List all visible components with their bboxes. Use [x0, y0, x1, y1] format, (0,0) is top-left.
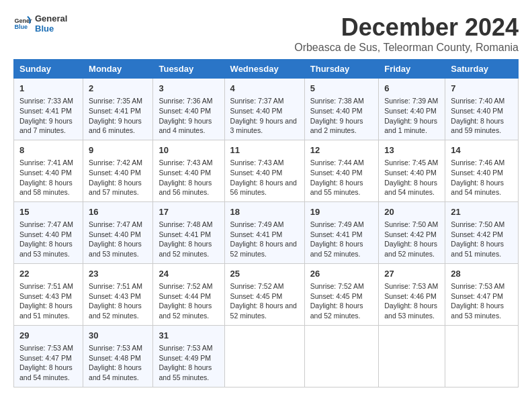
logo: General Blue General Blue [13, 13, 67, 34]
daylight-text: Daylight: 8 hours and 52 minutes. [159, 301, 218, 320]
sunrise-text: Sunrise: 7:47 AM [89, 220, 147, 230]
daylight-text: Daylight: 8 hours and 51 minutes. [451, 239, 513, 259]
sunrise-text: Sunrise: 7:49 AM [230, 220, 299, 230]
day-number: 3 [159, 83, 218, 95]
daylight-text: Daylight: 8 hours and 52 minutes. [310, 301, 373, 320]
sunset-text: Sunset: 4:45 PM [310, 291, 373, 302]
sunset-text: Sunset: 4:41 PM [230, 230, 299, 240]
cell-day: 14Sunrise: 7:46 AMSunset: 4:40 PMDayligh… [445, 140, 519, 201]
sunrise-text: Sunrise: 7:43 AM [230, 158, 299, 168]
sunset-text: Sunset: 4:41 PM [310, 230, 373, 240]
day-number: 5 [310, 83, 373, 95]
daylight-text: Daylight: 9 hours and 1 minute. [384, 116, 439, 136]
sunset-text: Sunset: 4:40 PM [310, 168, 373, 178]
day-number: 31 [159, 330, 218, 342]
cell-day: 18Sunrise: 7:49 AMSunset: 4:41 PMDayligh… [224, 201, 304, 263]
day-number: 10 [159, 144, 218, 156]
sunrise-text: Sunrise: 7:40 AM [451, 96, 513, 106]
day-number: 11 [230, 144, 299, 156]
sunrise-text: Sunrise: 7:36 AM [159, 96, 218, 106]
sunset-text: Sunset: 4:40 PM [384, 106, 439, 116]
day-number: 22 [19, 268, 77, 280]
main-title: December 2024 [294, 13, 519, 42]
day-number: 27 [384, 268, 439, 280]
daylight-text: Daylight: 8 hours and 52 minutes. [159, 239, 218, 259]
day-number: 20 [384, 206, 439, 218]
cell-day: 20Sunrise: 7:50 AMSunset: 4:42 PMDayligh… [379, 201, 445, 263]
day-number: 16 [89, 206, 147, 218]
cell-day: 31Sunrise: 7:53 AMSunset: 4:49 PMDayligh… [153, 325, 224, 387]
day-number: 12 [310, 144, 373, 156]
title-section: December 2024 Orbeasca de Sus, Teleorman… [294, 13, 519, 54]
daylight-text: Daylight: 8 hours and 58 minutes. [19, 178, 77, 197]
sunrise-text: Sunrise: 7:52 AM [310, 281, 373, 291]
daylight-text: Daylight: 9 hours and 4 minutes. [159, 116, 218, 136]
sunset-text: Sunset: 4:44 PM [159, 291, 218, 302]
cell-day: 29Sunrise: 7:53 AMSunset: 4:47 PMDayligh… [14, 325, 83, 387]
sunset-text: Sunset: 4:42 PM [384, 230, 439, 240]
cell-day: 23Sunrise: 7:51 AMSunset: 4:43 PMDayligh… [83, 263, 153, 325]
day-number: 21 [451, 206, 513, 218]
sunset-text: Sunset: 4:40 PM [451, 168, 513, 178]
sunset-text: Sunset: 4:40 PM [159, 106, 218, 116]
sunrise-text: Sunrise: 7:53 AM [451, 281, 513, 291]
day-number: 9 [89, 144, 147, 156]
week-row-2: 8Sunrise: 7:41 AMSunset: 4:40 PMDaylight… [14, 140, 519, 201]
day-number: 1 [19, 83, 77, 95]
cell-day: 26Sunrise: 7:52 AMSunset: 4:45 PMDayligh… [304, 263, 378, 325]
daylight-text: Daylight: 8 hours and 51 minutes. [19, 301, 77, 320]
cell-day: 13Sunrise: 7:45 AMSunset: 4:40 PMDayligh… [379, 140, 445, 201]
sunrise-text: Sunrise: 7:38 AM [310, 96, 373, 106]
cell-day [445, 325, 519, 387]
sunrise-text: Sunrise: 7:53 AM [19, 343, 77, 353]
sunrise-text: Sunrise: 7:46 AM [451, 158, 513, 168]
daylight-text: Daylight: 9 hours and 2 minutes. [310, 116, 373, 136]
sunset-text: Sunset: 4:47 PM [19, 353, 77, 363]
cell-day: 24Sunrise: 7:52 AMSunset: 4:44 PMDayligh… [153, 263, 224, 325]
day-number: 2 [89, 83, 147, 95]
sunrise-text: Sunrise: 7:51 AM [19, 281, 77, 291]
sunrise-text: Sunrise: 7:44 AM [310, 158, 373, 168]
subtitle: Orbeasca de Sus, Teleorman County, Roman… [294, 42, 519, 54]
sunrise-text: Sunrise: 7:41 AM [19, 158, 77, 168]
sunrise-text: Sunrise: 7:49 AM [310, 220, 373, 230]
daylight-text: Daylight: 8 hours and 52 minutes. [384, 239, 439, 259]
daylight-text: Daylight: 8 hours and 53 minutes. [451, 301, 513, 320]
cell-day: 2Sunrise: 7:35 AMSunset: 4:41 PMDaylight… [83, 79, 153, 140]
logo-general: General [35, 13, 67, 24]
sunrise-text: Sunrise: 7:51 AM [89, 281, 147, 291]
sunset-text: Sunset: 4:40 PM [159, 168, 218, 178]
sunrise-text: Sunrise: 7:43 AM [159, 158, 218, 168]
sunset-text: Sunset: 4:40 PM [451, 106, 513, 116]
header-friday: Friday [379, 60, 445, 79]
sunset-text: Sunset: 4:49 PM [159, 353, 218, 363]
cell-day: 28Sunrise: 7:53 AMSunset: 4:47 PMDayligh… [445, 263, 519, 325]
day-number: 17 [159, 206, 218, 218]
daylight-text: Daylight: 8 hours and 52 minutes. [89, 301, 147, 320]
sunrise-text: Sunrise: 7:33 AM [19, 96, 77, 106]
daylight-text: Daylight: 8 hours and 52 minutes. [230, 239, 299, 259]
day-number: 8 [19, 144, 77, 156]
daylight-text: Daylight: 8 hours and 55 minutes. [310, 178, 373, 197]
day-number: 7 [451, 83, 513, 95]
cell-day: 30Sunrise: 7:53 AMSunset: 4:48 PMDayligh… [83, 325, 153, 387]
daylight-text: Daylight: 8 hours and 57 minutes. [89, 178, 147, 197]
day-number: 24 [159, 268, 218, 280]
cell-day: 16Sunrise: 7:47 AMSunset: 4:40 PMDayligh… [83, 201, 153, 263]
sunset-text: Sunset: 4:47 PM [451, 291, 513, 302]
day-number: 14 [451, 144, 513, 156]
day-number: 23 [89, 268, 147, 280]
day-number: 19 [310, 206, 373, 218]
day-number: 30 [89, 330, 147, 342]
daylight-text: Daylight: 8 hours and 54 minutes. [384, 178, 439, 197]
sunrise-text: Sunrise: 7:52 AM [159, 281, 218, 291]
week-row-4: 22Sunrise: 7:51 AMSunset: 4:43 PMDayligh… [14, 263, 519, 325]
sunset-text: Sunset: 4:46 PM [384, 291, 439, 302]
cell-day: 6Sunrise: 7:39 AMSunset: 4:40 PMDaylight… [379, 79, 445, 140]
day-number: 18 [230, 206, 299, 218]
daylight-text: Daylight: 9 hours and 6 minutes. [89, 116, 147, 136]
cell-day: 22Sunrise: 7:51 AMSunset: 4:43 PMDayligh… [14, 263, 83, 325]
daylight-text: Daylight: 8 hours and 53 minutes. [19, 239, 77, 259]
sunset-text: Sunset: 4:48 PM [89, 353, 147, 363]
sunrise-text: Sunrise: 7:45 AM [384, 158, 439, 168]
